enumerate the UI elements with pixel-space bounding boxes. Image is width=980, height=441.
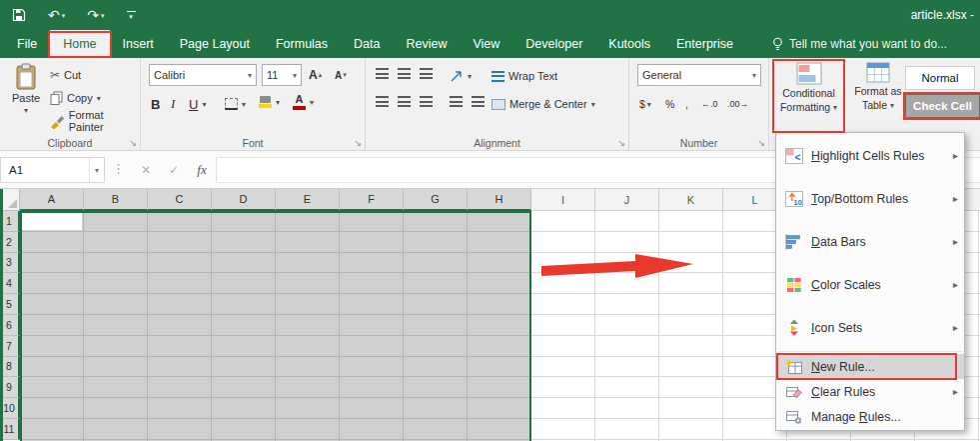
row-header-7[interactable]: 7: [0, 336, 20, 357]
copy-button[interactable]: Copy ▾: [50, 88, 101, 108]
italic-button[interactable]: I: [171, 94, 175, 114]
borders-button[interactable]: ▾: [225, 94, 246, 114]
customize-quick-access-icon[interactable]: ▾: [127, 11, 136, 20]
menu-item-color-scales[interactable]: Color Scales ▸: [776, 263, 964, 306]
column-header-g[interactable]: G: [404, 189, 468, 211]
menu-item-clear-rules[interactable]: Clear Rules ▸: [776, 379, 964, 404]
borders-dropdown-icon[interactable]: ▾: [242, 100, 246, 109]
column-header-c[interactable]: C: [148, 189, 212, 211]
row-header-4[interactable]: 4: [0, 273, 20, 294]
column-header-i[interactable]: I: [531, 189, 595, 211]
tab-page-layout[interactable]: Page Layout: [167, 30, 263, 58]
align-bottom-icon[interactable]: [420, 68, 433, 79]
decrease-decimal-button[interactable]: .00→: [727, 94, 749, 114]
font-color-button[interactable]: A ▾: [293, 92, 314, 112]
font-dialog-launcher-icon[interactable]: ↘: [354, 138, 362, 148]
cancel-icon[interactable]: ✕: [132, 163, 160, 177]
tab-view[interactable]: View: [460, 30, 512, 58]
orientation-button[interactable]: ▾: [450, 66, 472, 86]
tab-kutools[interactable]: Kutools: [595, 30, 663, 58]
column-header-d[interactable]: D: [212, 189, 276, 211]
row-header-1[interactable]: 1: [0, 211, 20, 232]
fill-color-button[interactable]: ▾: [259, 92, 280, 112]
cut-button[interactable]: ✂ Cut: [50, 65, 81, 85]
row-header-6[interactable]: 6: [0, 315, 20, 336]
menu-item-icon-sets[interactable]: Icon Sets ▸: [776, 306, 964, 349]
cell-style-check-cell[interactable]: Check Cell: [905, 94, 980, 118]
cell-style-normal[interactable]: Normal: [905, 66, 975, 90]
tab-file[interactable]: File: [4, 30, 50, 58]
increase-decimal-button[interactable]: ←.0: [701, 94, 718, 114]
format-as-table-button[interactable]: Format as Table▾: [848, 62, 908, 130]
row-header-3[interactable]: 3: [0, 253, 20, 274]
bold-button[interactable]: B: [151, 94, 160, 114]
row-header-9[interactable]: 9: [0, 377, 20, 398]
undo-button[interactable]: ↶▾: [48, 8, 65, 22]
enter-icon[interactable]: ✓: [160, 163, 188, 177]
fill-color-dropdown-icon[interactable]: ▾: [276, 98, 280, 107]
column-header-j[interactable]: J: [595, 189, 659, 211]
font-size-dropdown-icon[interactable]: ▾: [289, 71, 297, 80]
font-name-dropdown-icon[interactable]: ▾: [244, 71, 252, 80]
formula-bar-handle[interactable]: ⋮: [112, 161, 125, 176]
column-header-k[interactable]: K: [659, 189, 723, 211]
number-format-dropdown-icon[interactable]: ▾: [748, 71, 756, 80]
tab-enterprise[interactable]: Enterprise: [663, 30, 746, 58]
name-box[interactable]: A1 ▾: [0, 157, 105, 183]
number-dialog-launcher-icon[interactable]: ↘: [757, 138, 765, 148]
menu-item-top-bottom-rules[interactable]: 10 Top/Bottom Rules ▸: [776, 177, 964, 220]
redo-dropdown-icon[interactable]: ▾: [101, 12, 105, 19]
merge-center-dropdown-icon[interactable]: ▾: [591, 100, 595, 109]
tab-data[interactable]: Data: [341, 30, 393, 58]
menu-item-data-bars[interactable]: Data Bars ▸: [776, 220, 964, 263]
tab-formulas[interactable]: Formulas: [263, 30, 341, 58]
insert-function-icon[interactable]: fx: [188, 162, 216, 178]
wrap-text-button[interactable]: Wrap Text: [491, 66, 557, 86]
font-size-combobox[interactable]: 11 ▾: [262, 64, 302, 86]
decrease-font-size-button[interactable]: A▾: [335, 65, 347, 85]
merge-center-button[interactable]: Merge & Center ▾: [491, 94, 595, 114]
tab-home[interactable]: Home: [50, 30, 109, 58]
tab-insert[interactable]: Insert: [110, 30, 167, 58]
row-header-2[interactable]: 2: [0, 232, 20, 253]
align-left-icon[interactable]: [376, 96, 389, 107]
conditional-formatting-dropdown-icon[interactable]: ▾: [833, 103, 837, 112]
align-top-icon[interactable]: [376, 68, 389, 79]
underline-dropdown-icon[interactable]: ▾: [202, 100, 206, 109]
conditional-formatting-button[interactable]: Conditional Formatting▾: [775, 62, 842, 130]
align-middle-icon[interactable]: [398, 68, 411, 79]
format-as-table-dropdown-icon[interactable]: ▾: [890, 101, 894, 110]
copy-dropdown-icon[interactable]: ▾: [97, 94, 101, 103]
align-right-icon[interactable]: [420, 96, 433, 107]
redo-button[interactable]: ↷▾: [87, 8, 104, 22]
menu-item-new-rule[interactable]: New Rule...: [776, 354, 964, 379]
tab-review[interactable]: Review: [393, 30, 460, 58]
row-header-11[interactable]: 11: [0, 419, 20, 440]
currency-format-button[interactable]: $ ▾: [639, 94, 651, 114]
font-color-dropdown-icon[interactable]: ▾: [310, 98, 314, 107]
percent-format-button[interactable]: %: [665, 94, 674, 114]
decrease-indent-icon[interactable]: [450, 96, 463, 107]
menu-item-highlight-cells-rules[interactable]: < Highlight Cells Rules ▸: [776, 134, 964, 177]
comma-format-button[interactable]: ,: [685, 94, 688, 114]
row-header-10[interactable]: 10: [0, 398, 20, 419]
column-header-b[interactable]: B: [84, 189, 148, 211]
increase-indent-icon[interactable]: [472, 96, 485, 107]
paste-dropdown-icon[interactable]: ▾: [24, 106, 28, 115]
row-header-5[interactable]: 5: [0, 294, 20, 315]
number-format-combobox[interactable]: General ▾: [637, 64, 761, 86]
alignment-dialog-launcher-icon[interactable]: ↘: [617, 138, 625, 148]
format-painter-button[interactable]: Format Painter: [50, 111, 140, 131]
row-header-8[interactable]: 8: [0, 357, 20, 378]
tab-developer[interactable]: Developer: [512, 30, 595, 58]
clipboard-dialog-launcher-icon[interactable]: ↘: [129, 138, 137, 148]
paste-button[interactable]: Paste ▾: [8, 63, 44, 135]
select-all-corner[interactable]: [0, 189, 20, 211]
column-header-e[interactable]: E: [276, 189, 340, 211]
font-name-combobox[interactable]: Calibri ▾: [149, 64, 257, 86]
column-header-a[interactable]: A: [20, 189, 84, 211]
increase-font-size-button[interactable]: A▴: [309, 65, 322, 85]
menu-item-manage-rules[interactable]: Manage Rules...: [776, 404, 964, 429]
column-header-h[interactable]: H: [468, 189, 531, 211]
name-box-dropdown-icon[interactable]: ▾: [89, 158, 104, 182]
